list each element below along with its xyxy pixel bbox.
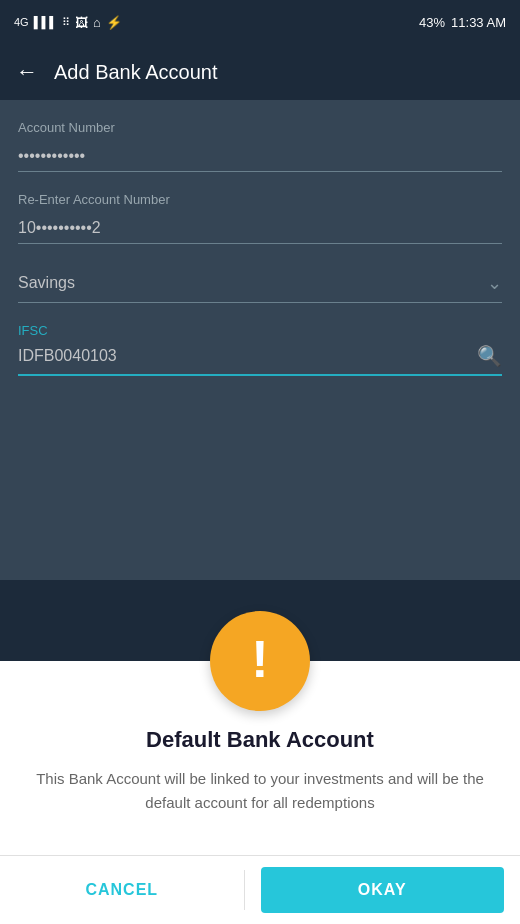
signal-bars-icon: ▌▌▌ [34, 16, 57, 28]
back-button[interactable]: ← [16, 59, 38, 85]
status-left: 4G ▌▌▌ ⠿ 🖼 ⌂ ⚡ [14, 15, 122, 30]
button-divider [244, 870, 245, 910]
okay-button[interactable]: OKAY [261, 867, 505, 913]
cancel-button[interactable]: CANCEL [0, 856, 244, 924]
main-content: Account Number Re-Enter Account Number S… [0, 100, 520, 580]
ifsc-input[interactable] [18, 347, 477, 365]
image-icon: 🖼 [75, 15, 88, 30]
exclamation-icon: ! [251, 633, 268, 685]
re-enter-account-group: Re-Enter Account Number [18, 192, 502, 244]
status-right: 43% 11:33 AM [419, 15, 506, 30]
carrier-icon: 4G [14, 16, 29, 28]
modal-actions: CANCEL OKAY [0, 856, 520, 924]
chevron-down-icon: ⌄ [487, 272, 502, 294]
page-title: Add Bank Account [54, 61, 217, 84]
warning-icon-circle: ! [210, 611, 310, 711]
account-type-group: Savings ⌄ [18, 264, 502, 303]
top-nav: ← Add Bank Account [0, 44, 520, 100]
time-display: 11:33 AM [451, 15, 506, 30]
account-type-dropdown[interactable]: Savings ⌄ [18, 264, 502, 303]
modal-overlay: ! Default Bank Account This Bank Account… [0, 661, 520, 924]
modal-description: This Bank Account will be linked to your… [30, 767, 490, 815]
re-enter-account-label: Re-Enter Account Number [18, 192, 502, 207]
search-icon[interactable]: 🔍 [477, 344, 502, 368]
ifsc-input-row: 🔍 [18, 344, 502, 376]
signal-dots: ⠿ [62, 16, 70, 29]
ifsc-label: IFSC [18, 323, 502, 338]
flash-icon: ⚡ [106, 15, 122, 30]
re-enter-account-input[interactable] [18, 213, 502, 244]
status-bar: 4G ▌▌▌ ⠿ 🖼 ⌂ ⚡ 43% 11:33 AM [0, 0, 520, 44]
modal-icon-wrapper: ! [0, 611, 520, 711]
account-type-value: Savings [18, 274, 75, 292]
battery-percent: 43% [419, 15, 445, 30]
home-icon: ⌂ [93, 15, 101, 30]
account-number-group: Account Number [18, 120, 502, 172]
modal-body: Default Bank Account This Bank Account w… [0, 727, 520, 835]
ifsc-group: IFSC 🔍 [18, 323, 502, 376]
modal-title: Default Bank Account [30, 727, 490, 753]
account-number-input[interactable] [18, 141, 502, 172]
account-number-label: Account Number [18, 120, 502, 135]
